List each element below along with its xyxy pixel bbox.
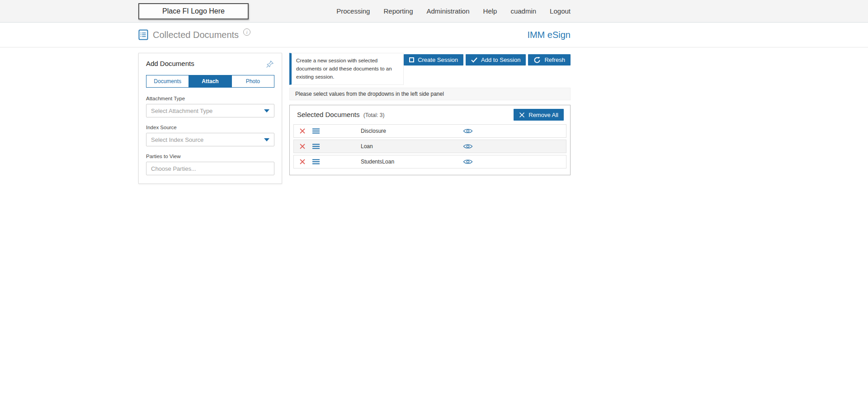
nav-help[interactable]: Help: [483, 7, 497, 15]
index-source-select[interactable]: Select Index Source: [146, 133, 274, 146]
drag-handle-icon[interactable]: [312, 128, 320, 134]
fi-logo-label: Place FI Logo Here: [162, 7, 225, 15]
create-session-label: Create Session: [418, 56, 458, 63]
document-name: Loan: [361, 143, 373, 150]
attachment-type-placeholder: Select Attachment Type: [151, 108, 212, 114]
choose-parties-input[interactable]: [146, 162, 274, 175]
tab-photo[interactable]: Photo: [231, 75, 274, 87]
session-area: Create a new session with selected docum…: [289, 53, 571, 175]
tab-documents[interactable]: Documents: [146, 75, 189, 87]
info-icon[interactable]: i: [243, 28, 250, 36]
chevron-down-icon: [264, 138, 269, 141]
parties-to-view-label: Parties to View: [146, 154, 274, 159]
square-icon: [409, 57, 414, 62]
remove-document-button[interactable]: [298, 158, 307, 166]
refresh-button[interactable]: Refresh: [528, 54, 571, 65]
remove-all-label: Remove All: [528, 112, 558, 118]
chevron-down-icon: [264, 109, 269, 112]
selected-documents-title: Selected Documents: [297, 111, 359, 118]
nav-user-cuadmin[interactable]: cuadmin: [510, 7, 536, 15]
session-actions: Create Session Add to Session: [404, 54, 571, 65]
x-icon: [519, 112, 525, 118]
top-nav: Processing Reporting Administration Help…: [336, 7, 571, 15]
nav-logout[interactable]: Logout: [550, 7, 571, 15]
document-rows: Disclosure: [290, 123, 570, 175]
document-list-icon: [138, 29, 148, 40]
add-documents-title: Add Documents: [146, 60, 194, 67]
index-source-label: Index Source: [146, 125, 274, 130]
session-info-message: Create a new session with selected docum…: [289, 53, 404, 85]
add-to-session-label: Add to Session: [481, 56, 520, 63]
nav-processing[interactable]: Processing: [336, 7, 370, 15]
remove-all-button[interactable]: Remove All: [514, 109, 564, 121]
view-document-button[interactable]: [462, 127, 474, 135]
drag-handle-icon[interactable]: [312, 159, 320, 165]
attachment-type-label: Attachment Type: [146, 96, 274, 101]
selected-documents-panel: Selected Documents (Total: 3) Remove All: [289, 105, 571, 175]
create-session-button[interactable]: Create Session: [404, 54, 463, 65]
main-content: Add Documents Documents Attach Photo Att…: [0, 47, 868, 184]
drag-handle-icon[interactable]: [312, 144, 320, 150]
selected-documents-heading: Selected Documents (Total: 3): [297, 111, 385, 119]
dropdown-hint-text: Please select values from the dropdowns …: [295, 91, 444, 97]
add-documents-panel: Add Documents Documents Attach Photo Att…: [138, 53, 282, 184]
top-bar: Place FI Logo Here Processing Reporting …: [0, 0, 868, 23]
document-row: Loan: [293, 140, 566, 153]
view-document-button[interactable]: [462, 158, 474, 166]
add-to-session-button[interactable]: Add to Session: [466, 54, 526, 65]
document-name: Disclosure: [361, 128, 386, 134]
refresh-icon: [533, 56, 541, 64]
remove-document-button[interactable]: [298, 142, 307, 150]
nav-administration[interactable]: Administration: [427, 7, 470, 15]
view-document-button[interactable]: [462, 142, 474, 150]
remove-document-button[interactable]: [298, 127, 307, 135]
refresh-label: Refresh: [544, 56, 565, 63]
dropdown-hint-bar: Please select values from the dropdowns …: [289, 88, 571, 100]
index-source-placeholder: Select Index Source: [151, 136, 203, 143]
document-name: StudentsLoan: [361, 159, 394, 165]
add-documents-tabs: Documents Attach Photo: [146, 75, 274, 88]
brand-imm-esign: IMM eSign: [527, 30, 571, 40]
page-header: Collected Documents i IMM eSign: [0, 23, 868, 47]
pushpin-icon[interactable]: [266, 60, 274, 70]
document-row: StudentsLoan: [293, 155, 566, 168]
document-row: Disclosure: [293, 124, 566, 138]
page-title: Collected Documents: [153, 30, 239, 40]
check-icon: [471, 57, 477, 63]
session-info-text: Create a new session with selected docum…: [296, 58, 392, 80]
attachment-type-select[interactable]: Select Attachment Type: [146, 104, 274, 117]
fi-logo-placeholder: Place FI Logo Here: [138, 3, 249, 19]
nav-reporting[interactable]: Reporting: [383, 7, 413, 15]
tab-attach[interactable]: Attach: [189, 75, 231, 87]
selected-documents-total: (Total: 3): [363, 112, 385, 118]
